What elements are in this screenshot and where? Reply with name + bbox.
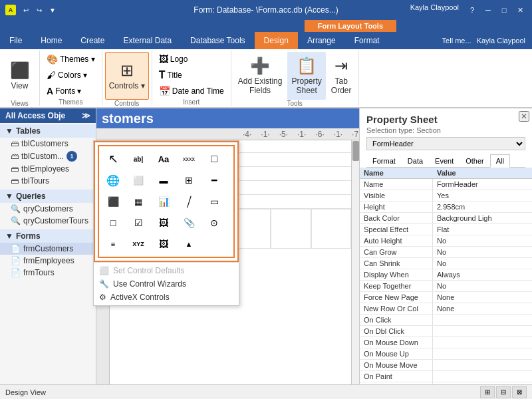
redo-btn[interactable]: ↪ (33, 4, 45, 16)
view-btn[interactable]: ⬛ View (5, 52, 35, 100)
tab-arrange[interactable]: Arrange (298, 32, 345, 49)
title-btn[interactable]: T Title (155, 68, 228, 82)
ctrl-tab-control[interactable]: ▦ (127, 192, 150, 211)
ps-prop-val-3[interactable]: 2.958cm (433, 201, 532, 212)
tab-order-btn[interactable]: ⇥ TabOrder (327, 52, 356, 100)
ctrl-rect[interactable]: ▭ (203, 192, 225, 211)
ps-prop-val-13[interactable] (433, 315, 532, 325)
ps-prop-val-10[interactable]: No (433, 281, 532, 291)
status-btn-report[interactable]: ⊠ (512, 386, 527, 398)
help-btn[interactable]: ? (466, 3, 479, 17)
scrollbar-thumb[interactable] (352, 141, 359, 161)
colors-btn[interactable]: 🖌 Colors ▾ (43, 68, 99, 82)
ctrl-textbox[interactable]: ab| (127, 149, 150, 169)
tab-database-tools[interactable]: Database Tools (181, 32, 255, 49)
qa-dropdown-btn[interactable]: ▼ (47, 4, 59, 16)
ps-prop-val-4[interactable]: Background Ligh (433, 213, 532, 223)
ps-prop-val-9[interactable]: Always (433, 269, 532, 280)
ps-tab-format[interactable]: Format (366, 154, 402, 167)
ps-row-displaywhen: Display When Always (360, 269, 532, 281)
ctrl-hyperlink[interactable]: 🌐 (102, 170, 124, 190)
vertical-scrollbar[interactable] (351, 140, 359, 399)
minimize-btn[interactable]: ─ (481, 3, 495, 17)
status-btn-grid[interactable]: ⊞ (480, 386, 495, 398)
ps-prop-val-7[interactable]: No (433, 247, 532, 257)
forms-header[interactable]: ▼ Forms (0, 229, 96, 243)
ctrl-radio[interactable]: ⊙ (203, 213, 225, 233)
ps-prop-val-8[interactable]: No (433, 258, 532, 269)
nav-item-frmCustomers[interactable]: 📄 frmCustomers (0, 243, 96, 255)
ctrl-rect-large[interactable]: ⬛ (102, 192, 124, 211)
ctrl-checkbox[interactable]: ☑ (127, 213, 150, 233)
nav-pane-header[interactable]: All Access Obje ≫ (0, 108, 96, 123)
nav-item-tblCustomers2[interactable]: 🗃 tblCustom... 1 (0, 150, 96, 163)
nav-item-tblCustomers[interactable]: 🗃 tblCustomers (0, 138, 96, 150)
ctrl-chart[interactable]: 📊 (152, 192, 175, 211)
ctrl-combobox[interactable]: ⬜ (127, 170, 150, 190)
add-existing-fields-btn[interactable]: ➕ Add ExistingFields (234, 52, 287, 100)
controls-btn[interactable]: ⊞ Controls ▾ (105, 52, 149, 100)
nav-item-frmTours[interactable]: 📄 frmTours (0, 267, 96, 279)
tab-external-data[interactable]: External Data (114, 32, 181, 49)
nav-item-tblEmployees[interactable]: 🗃 tblEmployees (0, 163, 96, 175)
ps-tab-other[interactable]: Other (460, 154, 490, 167)
ctrl-option[interactable]: xxxx (178, 149, 200, 169)
ps-prop-val-1[interactable]: FormHeader (433, 179, 532, 190)
tables-header[interactable]: ▼ Tables (0, 124, 96, 138)
status-btn-form[interactable]: ⊟ (496, 386, 511, 398)
ps-tab-data[interactable]: Data (402, 154, 429, 167)
tab-order-icon: ⇥ (334, 57, 348, 75)
tab-design[interactable]: Design (255, 32, 298, 49)
ctrl-line2[interactable]: ╲ (174, 186, 203, 216)
maximize-btn[interactable]: □ (497, 3, 511, 17)
ps-prop-val-16[interactable] (433, 348, 532, 359)
activex-controls-item[interactable]: ⚙ ActiveX Controls (94, 291, 239, 304)
ribbon-group-controls: ⊞ Controls ▾ Controls (102, 51, 152, 106)
ps-row-autoheight: Auto Height No (360, 235, 532, 247)
ps-type-select[interactable]: FormHeader (366, 137, 525, 150)
use-control-wizards-item[interactable]: 🔧 Use Control Wizards (94, 277, 239, 291)
ps-prop-val-12[interactable]: None (433, 303, 532, 314)
forms-label: Forms (16, 231, 41, 241)
datetime-btn[interactable]: 📅 Date and Time (155, 84, 228, 98)
ctrl-more[interactable]: ▲ (178, 234, 200, 254)
ctrl-line1[interactable]: ━ (203, 170, 225, 190)
ctrl-bound-obj[interactable]: 🖼 (152, 234, 175, 254)
ps-prop-val-6[interactable]: No (433, 235, 532, 246)
close-btn[interactable]: ✕ (513, 3, 527, 17)
queries-header[interactable]: ▼ Queries (0, 190, 96, 203)
nav-item-frmEmployees[interactable]: 📄 frmEmployees (0, 255, 96, 267)
ps-prop-val-2[interactable]: Yes (433, 190, 532, 201)
ctrl-listbox[interactable]: ▬ (152, 170, 175, 190)
themes-btn[interactable]: 🎨 Tables Themes ▾ (43, 52, 99, 66)
ps-prop-val-18[interactable] (433, 371, 532, 382)
logo-btn[interactable]: 🖼 Logo (155, 52, 228, 66)
property-sheet-btn[interactable]: 📋 PropertySheet (287, 52, 325, 100)
ctrl-frame1[interactable]: □ (203, 149, 225, 169)
ctrl-image[interactable]: 🖼 (152, 213, 175, 233)
ctrl-nav[interactable]: ≡ (102, 234, 124, 254)
ps-prop-val-11[interactable]: None (433, 292, 532, 303)
fonts-btn[interactable]: A Fonts ▾ (43, 84, 99, 98)
ctrl-unbound[interactable]: XYZ (127, 234, 150, 254)
tab-home[interactable]: Home (31, 32, 71, 49)
ctrl-label[interactable]: Aa (152, 149, 175, 169)
tab-create[interactable]: Create (71, 32, 114, 49)
ps-prop-val-17[interactable] (433, 360, 532, 370)
ps-prop-val-5[interactable]: Flat (433, 224, 532, 235)
ps-prop-val-14[interactable] (433, 326, 532, 336)
ps-prop-val-15[interactable] (433, 337, 532, 348)
nav-item-qryCustomers[interactable]: 🔍 qryCustomers (0, 203, 96, 215)
undo-btn[interactable]: ↩ (20, 4, 32, 16)
ps-tab-event[interactable]: Event (429, 154, 460, 167)
ctrl-pagebreak[interactable]: □ (102, 213, 124, 233)
tab-file[interactable]: File (0, 32, 31, 49)
controls-grid: ↖ ab| Aa xxxx □ 🌐 ⬜ ▬ ⊞ ━ ⬛ ▦ 📊 ╲ ▭ □ ☑ (98, 145, 235, 258)
ctrl-cursor[interactable]: ↖ (102, 149, 124, 169)
views-btns: ⬛ View (5, 52, 35, 100)
tab-format[interactable]: Format (345, 32, 389, 49)
nav-item-qryCustomerTours[interactable]: 🔍 qryCustomerTours (0, 215, 96, 227)
nav-item-tblTours[interactable]: 🗃 tblTours (0, 175, 96, 187)
ps-tab-all[interactable]: All (490, 154, 510, 168)
ps-close-btn[interactable]: ✕ (519, 111, 529, 122)
